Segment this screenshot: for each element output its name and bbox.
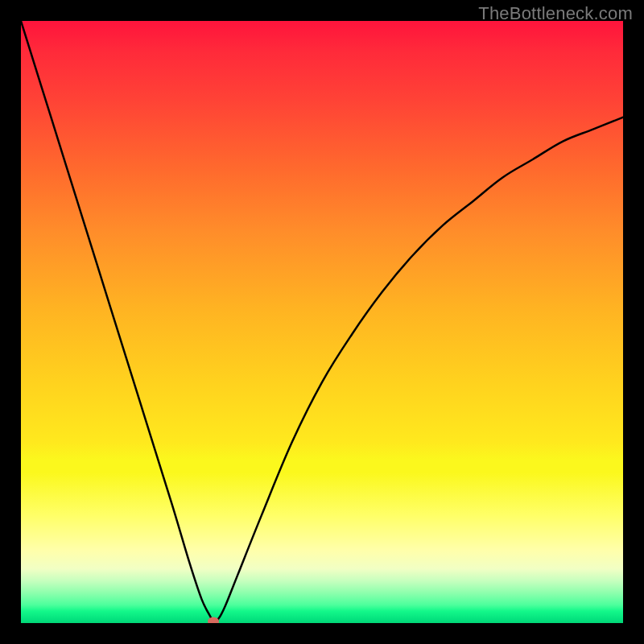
minimum-marker: [208, 617, 219, 624]
chart-curve-svg: [21, 21, 623, 623]
chart-plot-area: [21, 21, 623, 623]
watermark-text: TheBottleneck.com: [478, 3, 633, 24]
bottleneck-curve: [21, 21, 623, 623]
